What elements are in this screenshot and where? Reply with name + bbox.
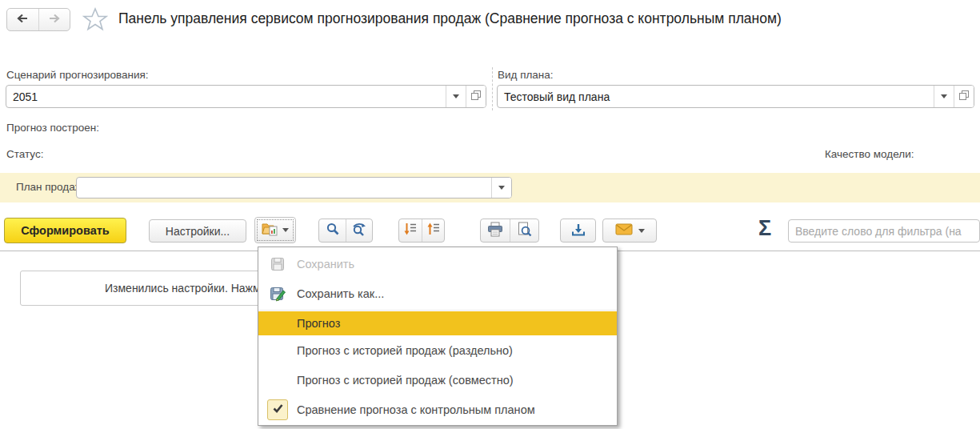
menu-item-save[interactable]: Сохранить	[258, 249, 617, 279]
search-button[interactable]	[319, 219, 346, 242]
menu-item-forecast[interactable]: Прогноз	[258, 311, 617, 335]
back-button[interactable]	[7, 9, 38, 30]
magnifier-refresh-icon	[351, 222, 367, 239]
arrow-up-list-icon	[426, 222, 441, 239]
scenario-value[interactable]: 2051	[6, 86, 446, 107]
generate-button[interactable]: Сформировать	[4, 218, 126, 243]
search-next-button[interactable]	[346, 219, 372, 242]
menu-separator	[258, 310, 617, 311]
scenario-label: Сценарий прогнозирования:	[6, 69, 149, 81]
menu-item-label: Сравнение прогноза с контрольным планом	[297, 403, 535, 416]
filter-input[interactable]	[788, 219, 980, 243]
sort-ascending-button[interactable]	[422, 219, 444, 242]
menu-item-forecast-history-separate[interactable]: Прогноз с историей продаж (раздельно)	[258, 335, 617, 365]
forecast-built-label: Прогноз построен:	[6, 122, 99, 134]
report-variants-button[interactable]	[254, 217, 296, 243]
checked-checkbox	[267, 399, 288, 420]
plan-type-combo[interactable]: Тестовый вид плана	[497, 85, 974, 108]
plan-type-open-button[interactable]	[954, 86, 974, 107]
form-column-splitter[interactable]	[492, 67, 493, 110]
print-button-group	[480, 219, 539, 243]
floppy-pencil-icon	[258, 287, 297, 302]
print-preview-button[interactable]	[510, 219, 538, 242]
plan-type-value[interactable]: Тестовый вид плана	[498, 86, 934, 107]
status-label: Статус:	[6, 148, 43, 160]
favorite-star-icon[interactable]	[82, 7, 108, 34]
scenario-combo[interactable]: 2051	[6, 85, 486, 108]
page-title: Панель управления сервисом прогнозирован…	[118, 10, 782, 27]
arrow-right-icon	[48, 13, 61, 27]
menu-item-label: Прогноз с историей продаж (совместно)	[297, 374, 514, 387]
overlapping-squares-icon	[958, 90, 970, 104]
sort-button-group	[398, 219, 445, 243]
arrow-down-list-icon	[403, 222, 418, 239]
sales-plan-band: План продаж:	[0, 173, 980, 202]
menu-item-forecast-history-joint[interactable]: Прогноз с историей продаж (совместно)	[258, 365, 617, 395]
scenario-open-button[interactable]	[466, 86, 486, 107]
caret-down-icon	[638, 229, 645, 233]
floppy-disk-icon	[258, 257, 297, 271]
sales-plan-combo[interactable]	[76, 177, 512, 198]
search-button-group	[318, 219, 373, 243]
download-tray-icon	[571, 223, 586, 239]
plan-type-dropdown-button[interactable]	[934, 86, 954, 107]
folder-chart-icon	[262, 222, 278, 239]
caret-down-icon	[941, 94, 947, 98]
overlapping-squares-icon	[470, 90, 482, 104]
menu-item-label: Сохранить как...	[297, 287, 384, 300]
menu-item-label: Прогноз с историей продаж (раздельно)	[297, 344, 513, 357]
print-button[interactable]	[481, 219, 510, 242]
checkmark-icon	[272, 403, 284, 416]
caret-down-icon	[453, 94, 459, 98]
menu-item-label: Прогноз	[297, 317, 340, 330]
nav-history-buttons	[6, 8, 70, 31]
printer-icon	[487, 222, 503, 240]
forward-button[interactable]	[38, 9, 70, 30]
sales-plan-value[interactable]	[77, 178, 491, 198]
sales-plan-label: План продаж:	[16, 181, 86, 193]
sales-plan-dropdown-button[interactable]	[491, 178, 511, 198]
email-button[interactable]	[602, 219, 657, 243]
plan-type-label: Вид плана:	[498, 69, 554, 81]
menu-item-label: Сохранить	[297, 258, 354, 271]
report-variants-menu: Сохранить Сохранить как... Прогноз Прогн…	[258, 247, 618, 426]
caret-down-icon	[498, 186, 505, 190]
magnifier-icon	[326, 222, 340, 239]
save-file-button[interactable]	[560, 219, 596, 243]
model-quality-label: Качество модели:	[825, 148, 914, 160]
caret-down-icon	[282, 228, 289, 232]
page-magnifier-icon	[517, 222, 532, 240]
menu-item-save-as[interactable]: Сохранить как...	[258, 279, 617, 309]
menu-item-compare-control-plan[interactable]: Сравнение прогноза с контрольным планом	[258, 395, 617, 424]
scenario-dropdown-button[interactable]	[446, 86, 466, 107]
settings-button[interactable]: Настройки...	[149, 219, 246, 243]
envelope-icon	[615, 223, 633, 238]
sum-sigma-button[interactable]: Σ	[752, 214, 778, 242]
sort-descending-button[interactable]	[399, 219, 422, 242]
arrow-left-icon	[16, 13, 29, 27]
